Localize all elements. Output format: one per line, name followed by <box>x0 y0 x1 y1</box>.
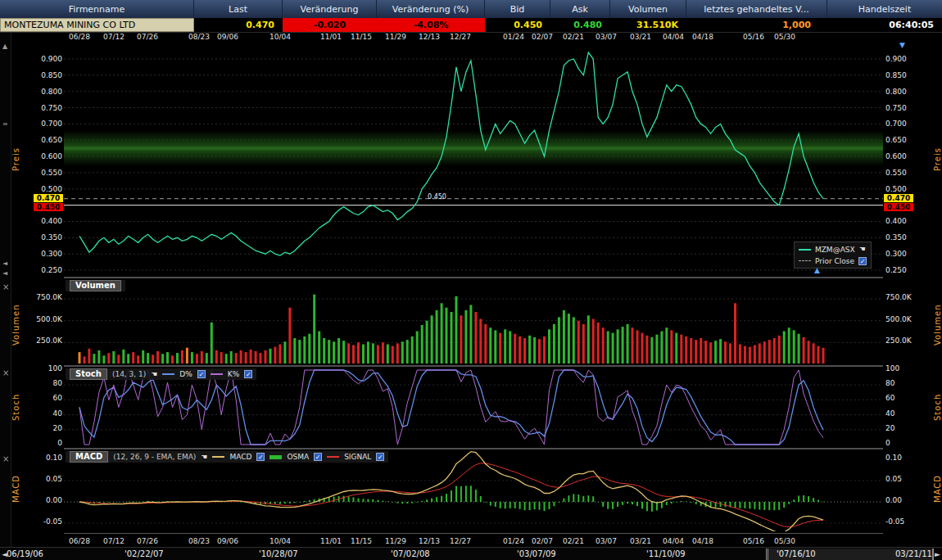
stoch-axis-label: Stoch <box>933 383 942 431</box>
col-header-bid: Bid <box>485 0 550 18</box>
y-tick-label: 0.10 <box>46 454 62 462</box>
checkbox-checked-icon[interactable]: ✓ <box>256 453 265 461</box>
y-tick-label: 0.750 <box>885 104 907 112</box>
osma-label: OSMA <box>287 453 309 461</box>
splitter-grip-icon[interactable]: ≡ <box>2 121 8 128</box>
date-tick-label: 03/21 <box>630 537 651 545</box>
scrollbar-date-label: '03/07/09 <box>517 549 556 558</box>
date-tick-label: 12/13 <box>419 537 440 545</box>
price-chart-svg <box>64 41 883 276</box>
close-stoch-panel-icon[interactable]: × <box>2 370 9 377</box>
scroll-right-icon[interactable]: ► <box>935 550 940 558</box>
y-tick-label: 0.900 <box>41 55 62 63</box>
checkbox-checked-icon[interactable]: ✓ <box>314 453 322 461</box>
y-tick-label: 250.0K <box>36 336 62 345</box>
date-tick-label: 09/06 <box>217 537 238 545</box>
date-tick-label: 11/15 <box>351 537 372 545</box>
pin-icon[interactable]: ☚ <box>151 371 157 378</box>
y-tick-label: 60 <box>53 394 62 402</box>
macd-params: (12, 26, 9 - EMA, EMA) <box>113 453 196 461</box>
collapse-arrow-icon[interactable]: ◄ <box>2 270 7 277</box>
plot-column: 06/2807/1207/2608/2309/0610/0411/0111/15… <box>64 33 883 547</box>
checkbox-checked-icon[interactable]: ✓ <box>376 453 384 461</box>
y-tick-label: 0.00 <box>885 496 902 504</box>
bid-price: 0.450 <box>485 18 550 32</box>
pin-icon[interactable]: ☚ <box>201 454 207 461</box>
prior-close-axis-marker: 0.450 <box>884 203 913 211</box>
scroll-left-icon[interactable]: ◄ <box>2 550 7 558</box>
macd-axis-label: MACD <box>933 465 942 513</box>
date-tick-label: 12/13 <box>419 33 440 41</box>
date-tick-label: 11/29 <box>385 537 406 545</box>
y-tick-label: 750.0K <box>885 293 912 301</box>
checkbox-checked-icon[interactable]: ✓ <box>858 257 867 265</box>
volume-panel[interactable]: Volumen <box>64 277 883 364</box>
pin-icon[interactable]: ☚ <box>859 246 866 253</box>
col-header-name: Firmenname <box>0 0 194 18</box>
date-tick-label: 02/21 <box>563 537 584 545</box>
collapse-arrow-icon[interactable]: ◄ <box>2 260 7 267</box>
stoch-d-line-sample <box>162 373 174 375</box>
y-tick-label: 0.300 <box>885 250 907 258</box>
scroll-up-icon[interactable]: ▲ <box>2 43 7 50</box>
y-tick-label: 0.05 <box>885 475 902 483</box>
osma-sample <box>269 455 282 459</box>
range-marker-up-icon[interactable]: ▲ <box>814 267 820 274</box>
y-tick-label: 0.350 <box>41 233 62 242</box>
quote-header-row: Firmenname Last Veränderung Veränderung … <box>0 0 942 18</box>
prior-close-axis-marker: 0.450 <box>34 203 63 211</box>
legend-item-symbol[interactable]: MZM@ASX ☚ <box>799 245 867 254</box>
stoch-params: (14, 3, 1) <box>112 370 146 378</box>
date-tick-label: 07/26 <box>137 537 158 545</box>
stoch-axis-label: Stoch <box>11 383 20 431</box>
legend-item-prior-close[interactable]: Prior Close ✓ <box>799 256 867 265</box>
y-tick-label: 20 <box>885 424 894 432</box>
panel-controls-strip: ▲ ≡ ◄ ◄ × × × <box>0 33 11 547</box>
col-header-change: Veränderung <box>283 0 377 18</box>
date-tick-label: 06/28 <box>69 537 90 545</box>
series-line-sample <box>799 249 811 251</box>
price-chart-panel[interactable]: 0.450 MZM@ASX ☚ Prior Close ✓ ▲ <box>64 41 883 276</box>
y-tick-label: 500.0K <box>36 315 62 323</box>
volume-panel-header: Volumen <box>66 280 125 291</box>
close-volume-panel-icon[interactable]: × <box>2 284 9 291</box>
y-tick-label: 0.850 <box>41 71 62 79</box>
volume-axis-label: Volumen <box>11 293 20 357</box>
stoch-k-label: K% <box>228 370 239 378</box>
price-axis-label: Preis <box>933 123 942 196</box>
date-tick-label: 04/04 <box>663 33 684 41</box>
date-tick-label: 04/04 <box>663 537 684 545</box>
scrollbar-date-label: '11/10/09 <box>646 549 686 558</box>
y-tick-label: 100 <box>48 364 62 373</box>
range-marker-down-icon[interactable]: ▼ <box>899 42 905 49</box>
checkbox-checked-icon[interactable]: ✓ <box>197 370 206 378</box>
macd-panel-title: MACD <box>70 451 108 463</box>
date-axis-bottom: 06/2807/1207/2608/2309/0610/0411/0111/15… <box>64 533 883 547</box>
checkbox-checked-icon[interactable]: ✓ <box>244 370 252 378</box>
y-tick-label: 0.250 <box>41 266 62 274</box>
date-tick-label: 07/12 <box>103 33 125 41</box>
y-tick-label: 0.600 <box>885 152 907 160</box>
stoch-panel[interactable]: Stoch (14, 3, 1) ☚ D% ✓ K% ✓ <box>64 365 883 446</box>
y-tick-label: -0.05 <box>43 517 62 526</box>
date-tick-label: 07/12 <box>103 537 125 545</box>
close-macd-panel-icon[interactable]: × <box>2 456 9 463</box>
last-price: 0.470 <box>194 18 283 32</box>
timeline-scrollbar[interactable]: ◄ 06/19/06'02/22/07'10/28/07'07/02/08'03… <box>0 547 942 560</box>
date-tick-label: 06/28 <box>69 33 90 41</box>
y-tick-label: 0.650 <box>41 136 62 144</box>
y-tick-label: -0.05 <box>885 517 904 526</box>
y-tick-label: 750.0K <box>36 293 62 301</box>
stoch-k-line-sample <box>211 373 223 375</box>
chart-legend: MZM@ASX ☚ Prior Close ✓ <box>794 242 872 269</box>
quote-row: MONTEZUMA MINING CO LTD 0.470 -0.020 -4.… <box>0 18 942 33</box>
right-axis-gutter: Preis Volumen Stoch MACD 0.470 0.450 ▼ 0… <box>883 33 942 547</box>
scrollbar-date-label: '07/16/10 <box>777 549 816 558</box>
scrollbar-date-label: '02/22/07 <box>125 549 164 558</box>
y-tick-label: 250.0K <box>885 336 912 345</box>
col-header-volume: Volumen <box>610 0 686 18</box>
y-tick-label: 0.800 <box>41 88 62 96</box>
y-tick-label: 0.550 <box>885 169 907 177</box>
macd-panel[interactable]: MACD (12, 26, 9 - EMA, EMA) ☚ MACD ✓ OSM… <box>64 448 883 531</box>
date-tick-label: 09/06 <box>217 33 238 41</box>
